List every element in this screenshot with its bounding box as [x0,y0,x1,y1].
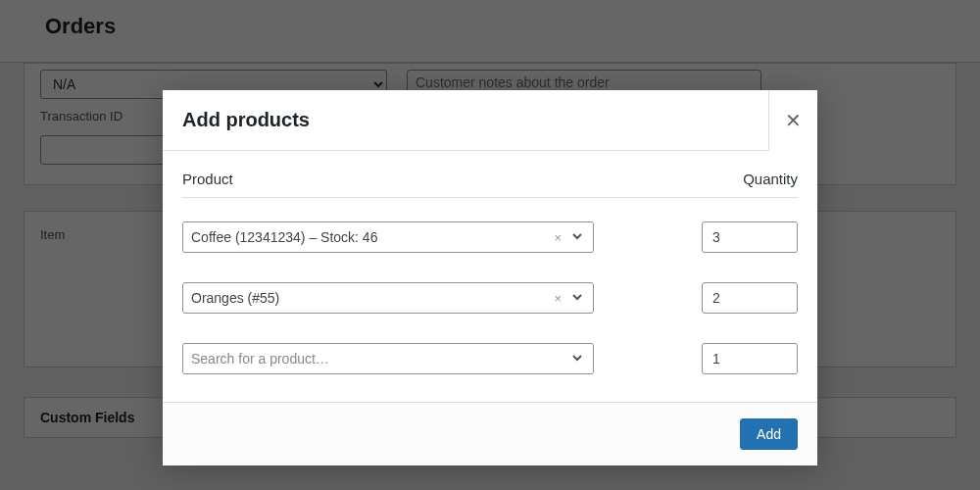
quantity-input[interactable] [702,282,798,314]
add-products-modal: Add products ✕ Product Quantity Coffee (… [163,90,817,466]
modal-header: Add products ✕ [163,90,817,151]
product-select[interactable]: Oranges (#55) × [182,282,594,314]
product-row: Coffee (12341234) – Stock: 46 × [182,221,798,253]
clear-icon[interactable]: × [554,291,562,306]
product-search-placeholder: Search for a product… [191,351,329,367]
modal-body: Product Quantity Coffee (12341234) – Sto… [163,151,817,402]
product-select-value: Oranges (#55) [191,290,279,306]
quantity-column-header: Quantity [743,171,798,187]
product-row: Search for a product… [182,343,798,374]
add-button[interactable]: Add [740,418,798,450]
chevron-down-icon [569,228,585,247]
product-search-select[interactable]: Search for a product… [182,343,594,374]
close-icon: ✕ [785,109,802,132]
modal-title: Add products [163,109,310,131]
modal-overlay[interactable]: Add products ✕ Product Quantity Coffee (… [0,0,980,490]
product-row: Oranges (#55) × [182,282,798,314]
modal-footer: Add [163,402,817,466]
chevron-down-icon [569,289,585,308]
clear-icon[interactable]: × [554,230,562,245]
close-button[interactable]: ✕ [768,90,817,151]
chevron-down-icon [569,350,585,368]
product-select[interactable]: Coffee (12341234) – Stock: 46 × [182,221,594,253]
quantity-input[interactable] [702,343,798,374]
product-column-header: Product [182,171,233,187]
quantity-input[interactable] [702,221,798,253]
product-select-value: Coffee (12341234) – Stock: 46 [191,229,377,245]
